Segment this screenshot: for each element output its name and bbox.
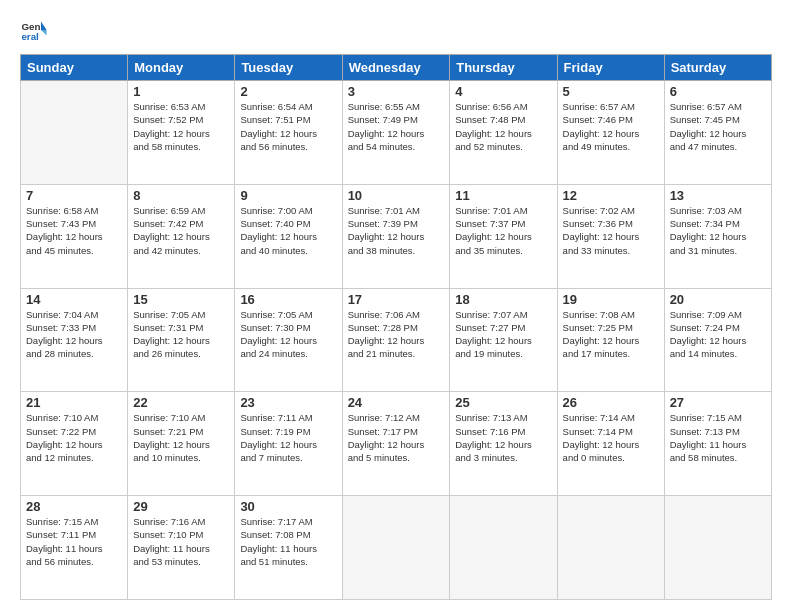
weekday-row: SundayMondayTuesdayWednesdayThursdayFrid… bbox=[21, 55, 772, 81]
calendar-week-row: 21Sunrise: 7:10 AM Sunset: 7:22 PM Dayli… bbox=[21, 392, 772, 496]
day-info: Sunrise: 6:53 AM Sunset: 7:52 PM Dayligh… bbox=[133, 100, 229, 153]
day-info: Sunrise: 7:12 AM Sunset: 7:17 PM Dayligh… bbox=[348, 411, 445, 464]
day-info: Sunrise: 6:55 AM Sunset: 7:49 PM Dayligh… bbox=[348, 100, 445, 153]
day-number: 16 bbox=[240, 292, 336, 307]
calendar-cell: 16Sunrise: 7:05 AM Sunset: 7:30 PM Dayli… bbox=[235, 288, 342, 392]
day-number: 1 bbox=[133, 84, 229, 99]
calendar-cell: 28Sunrise: 7:15 AM Sunset: 7:11 PM Dayli… bbox=[21, 496, 128, 600]
svg-marker-2 bbox=[41, 22, 47, 30]
calendar-week-row: 7Sunrise: 6:58 AM Sunset: 7:43 PM Daylig… bbox=[21, 184, 772, 288]
day-number: 2 bbox=[240, 84, 336, 99]
day-info: Sunrise: 7:05 AM Sunset: 7:31 PM Dayligh… bbox=[133, 308, 229, 361]
day-info: Sunrise: 6:59 AM Sunset: 7:42 PM Dayligh… bbox=[133, 204, 229, 257]
day-number: 13 bbox=[670, 188, 766, 203]
day-number: 9 bbox=[240, 188, 336, 203]
day-info: Sunrise: 7:09 AM Sunset: 7:24 PM Dayligh… bbox=[670, 308, 766, 361]
weekday-header: Tuesday bbox=[235, 55, 342, 81]
day-number: 4 bbox=[455, 84, 551, 99]
day-number: 10 bbox=[348, 188, 445, 203]
day-info: Sunrise: 6:57 AM Sunset: 7:45 PM Dayligh… bbox=[670, 100, 766, 153]
calendar-cell: 6Sunrise: 6:57 AM Sunset: 7:45 PM Daylig… bbox=[664, 81, 771, 185]
calendar-cell: 3Sunrise: 6:55 AM Sunset: 7:49 PM Daylig… bbox=[342, 81, 450, 185]
day-info: Sunrise: 7:00 AM Sunset: 7:40 PM Dayligh… bbox=[240, 204, 336, 257]
weekday-header: Friday bbox=[557, 55, 664, 81]
day-info: Sunrise: 7:06 AM Sunset: 7:28 PM Dayligh… bbox=[348, 308, 445, 361]
calendar-cell: 30Sunrise: 7:17 AM Sunset: 7:08 PM Dayli… bbox=[235, 496, 342, 600]
calendar-cell: 14Sunrise: 7:04 AM Sunset: 7:33 PM Dayli… bbox=[21, 288, 128, 392]
day-number: 12 bbox=[563, 188, 659, 203]
day-number: 23 bbox=[240, 395, 336, 410]
day-info: Sunrise: 7:02 AM Sunset: 7:36 PM Dayligh… bbox=[563, 204, 659, 257]
day-number: 27 bbox=[670, 395, 766, 410]
calendar-cell: 23Sunrise: 7:11 AM Sunset: 7:19 PM Dayli… bbox=[235, 392, 342, 496]
day-info: Sunrise: 7:04 AM Sunset: 7:33 PM Dayligh… bbox=[26, 308, 122, 361]
calendar-cell: 21Sunrise: 7:10 AM Sunset: 7:22 PM Dayli… bbox=[21, 392, 128, 496]
logo: Gen eral bbox=[20, 16, 52, 44]
calendar-cell: 27Sunrise: 7:15 AM Sunset: 7:13 PM Dayli… bbox=[664, 392, 771, 496]
calendar-cell: 1Sunrise: 6:53 AM Sunset: 7:52 PM Daylig… bbox=[128, 81, 235, 185]
calendar-cell: 9Sunrise: 7:00 AM Sunset: 7:40 PM Daylig… bbox=[235, 184, 342, 288]
day-number: 29 bbox=[133, 499, 229, 514]
day-info: Sunrise: 7:05 AM Sunset: 7:30 PM Dayligh… bbox=[240, 308, 336, 361]
day-number: 20 bbox=[670, 292, 766, 307]
calendar-cell: 12Sunrise: 7:02 AM Sunset: 7:36 PM Dayli… bbox=[557, 184, 664, 288]
day-number: 17 bbox=[348, 292, 445, 307]
calendar-cell: 2Sunrise: 6:54 AM Sunset: 7:51 PM Daylig… bbox=[235, 81, 342, 185]
calendar-cell: 20Sunrise: 7:09 AM Sunset: 7:24 PM Dayli… bbox=[664, 288, 771, 392]
day-number: 19 bbox=[563, 292, 659, 307]
calendar-table: SundayMondayTuesdayWednesdayThursdayFrid… bbox=[20, 54, 772, 600]
calendar-cell bbox=[450, 496, 557, 600]
day-number: 8 bbox=[133, 188, 229, 203]
calendar-cell: 22Sunrise: 7:10 AM Sunset: 7:21 PM Dayli… bbox=[128, 392, 235, 496]
day-info: Sunrise: 7:08 AM Sunset: 7:25 PM Dayligh… bbox=[563, 308, 659, 361]
calendar-body: 1Sunrise: 6:53 AM Sunset: 7:52 PM Daylig… bbox=[21, 81, 772, 600]
calendar-cell: 25Sunrise: 7:13 AM Sunset: 7:16 PM Dayli… bbox=[450, 392, 557, 496]
logo-icon: Gen eral bbox=[20, 16, 48, 44]
calendar-cell: 5Sunrise: 6:57 AM Sunset: 7:46 PM Daylig… bbox=[557, 81, 664, 185]
calendar-cell bbox=[21, 81, 128, 185]
calendar-cell: 13Sunrise: 7:03 AM Sunset: 7:34 PM Dayli… bbox=[664, 184, 771, 288]
day-info: Sunrise: 7:16 AM Sunset: 7:10 PM Dayligh… bbox=[133, 515, 229, 568]
day-number: 22 bbox=[133, 395, 229, 410]
weekday-header: Monday bbox=[128, 55, 235, 81]
weekday-header: Wednesday bbox=[342, 55, 450, 81]
calendar-header: SundayMondayTuesdayWednesdayThursdayFrid… bbox=[21, 55, 772, 81]
day-info: Sunrise: 6:58 AM Sunset: 7:43 PM Dayligh… bbox=[26, 204, 122, 257]
day-number: 18 bbox=[455, 292, 551, 307]
calendar-cell: 15Sunrise: 7:05 AM Sunset: 7:31 PM Dayli… bbox=[128, 288, 235, 392]
day-info: Sunrise: 6:57 AM Sunset: 7:46 PM Dayligh… bbox=[563, 100, 659, 153]
calendar-week-row: 14Sunrise: 7:04 AM Sunset: 7:33 PM Dayli… bbox=[21, 288, 772, 392]
day-info: Sunrise: 7:15 AM Sunset: 7:11 PM Dayligh… bbox=[26, 515, 122, 568]
page: Gen eral SundayMondayTuesdayWednesdayThu… bbox=[0, 0, 792, 612]
calendar-cell: 10Sunrise: 7:01 AM Sunset: 7:39 PM Dayli… bbox=[342, 184, 450, 288]
calendar-cell: 29Sunrise: 7:16 AM Sunset: 7:10 PM Dayli… bbox=[128, 496, 235, 600]
day-info: Sunrise: 7:14 AM Sunset: 7:14 PM Dayligh… bbox=[563, 411, 659, 464]
day-number: 28 bbox=[26, 499, 122, 514]
header: Gen eral bbox=[20, 16, 772, 44]
weekday-header: Sunday bbox=[21, 55, 128, 81]
calendar-cell: 18Sunrise: 7:07 AM Sunset: 7:27 PM Dayli… bbox=[450, 288, 557, 392]
calendar-cell: 4Sunrise: 6:56 AM Sunset: 7:48 PM Daylig… bbox=[450, 81, 557, 185]
day-number: 21 bbox=[26, 395, 122, 410]
day-number: 30 bbox=[240, 499, 336, 514]
day-number: 24 bbox=[348, 395, 445, 410]
calendar-week-row: 1Sunrise: 6:53 AM Sunset: 7:52 PM Daylig… bbox=[21, 81, 772, 185]
calendar-cell: 7Sunrise: 6:58 AM Sunset: 7:43 PM Daylig… bbox=[21, 184, 128, 288]
day-info: Sunrise: 7:03 AM Sunset: 7:34 PM Dayligh… bbox=[670, 204, 766, 257]
calendar-cell bbox=[342, 496, 450, 600]
calendar-cell bbox=[664, 496, 771, 600]
day-number: 14 bbox=[26, 292, 122, 307]
svg-marker-3 bbox=[41, 30, 47, 36]
calendar-cell: 17Sunrise: 7:06 AM Sunset: 7:28 PM Dayli… bbox=[342, 288, 450, 392]
day-info: Sunrise: 6:54 AM Sunset: 7:51 PM Dayligh… bbox=[240, 100, 336, 153]
day-info: Sunrise: 7:07 AM Sunset: 7:27 PM Dayligh… bbox=[455, 308, 551, 361]
day-info: Sunrise: 7:11 AM Sunset: 7:19 PM Dayligh… bbox=[240, 411, 336, 464]
weekday-header: Saturday bbox=[664, 55, 771, 81]
weekday-header: Thursday bbox=[450, 55, 557, 81]
day-info: Sunrise: 7:10 AM Sunset: 7:22 PM Dayligh… bbox=[26, 411, 122, 464]
day-number: 26 bbox=[563, 395, 659, 410]
calendar-cell: 11Sunrise: 7:01 AM Sunset: 7:37 PM Dayli… bbox=[450, 184, 557, 288]
calendar-cell: 26Sunrise: 7:14 AM Sunset: 7:14 PM Dayli… bbox=[557, 392, 664, 496]
calendar-cell bbox=[557, 496, 664, 600]
day-number: 11 bbox=[455, 188, 551, 203]
